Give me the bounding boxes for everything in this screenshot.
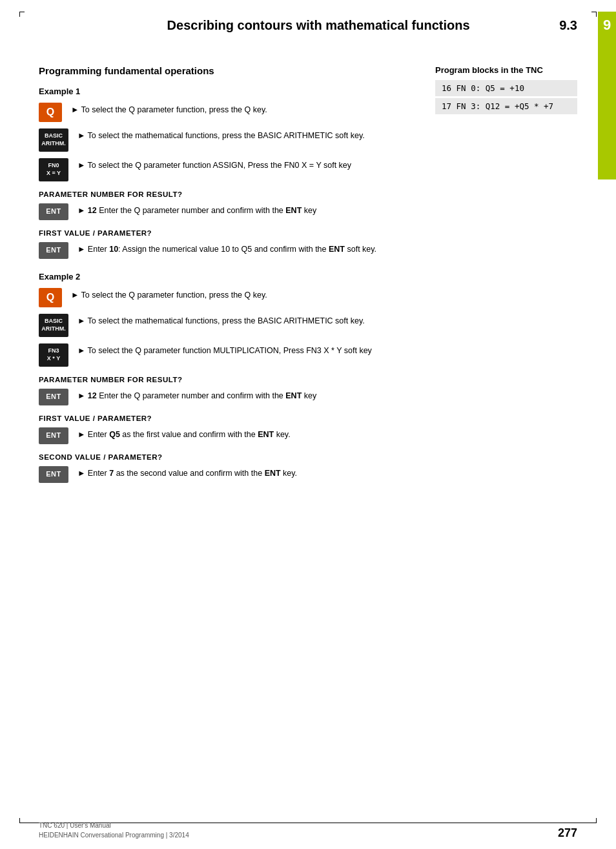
- basic-arithm-key-button-2[interactable]: BASICARITHM.: [39, 314, 68, 337]
- basic-arithm-key-button[interactable]: BASICARITHM.: [39, 128, 68, 152]
- q-key-button[interactable]: Q: [39, 103, 62, 122]
- example2-secondval-text: ► Enter 7 as the second value and confir…: [77, 466, 297, 480]
- q-key-button-2[interactable]: Q: [39, 288, 62, 307]
- example1-step1-text: ► To select the Q parameter function, pr…: [71, 103, 267, 116]
- ent-key-4[interactable]: ENT: [39, 427, 68, 444]
- fn3-key-button[interactable]: FN3X * Y: [39, 343, 68, 367]
- example1-step2-text: ► To select the mathematical functions, …: [77, 128, 365, 142]
- example2-label: Example 2: [39, 272, 416, 281]
- example1-step2: BASICARITHM. ► To select the mathematica…: [39, 128, 416, 152]
- page-title: Describing contours with mathematical fu…: [90, 18, 546, 33]
- example2-step2: BASICARITHM. ► To select the mathematica…: [39, 314, 416, 337]
- param-number-label-2: PARAMETER NUMBER FOR RESULT?: [39, 376, 416, 384]
- example2-param-text: ► 12 Enter the Q parameter number and co…: [77, 389, 316, 402]
- footer-line2: HEIDENHAIN Conversational Programming | …: [39, 830, 189, 840]
- arrow-icon: ►: [77, 316, 85, 325]
- first-value-label-1: FIRST VALUE / PARAMETER?: [39, 229, 416, 237]
- arrow-icon: ►: [77, 131, 85, 140]
- example1-firstval-step: ENT ► Enter 10: Assign the numerical val…: [39, 242, 416, 259]
- page-footer: TNC 620 | User's Manual HEIDENHAIN Conve…: [39, 821, 577, 840]
- first-value-label-2: FIRST VALUE / PARAMETER?: [39, 414, 416, 422]
- arrow-icon: ►: [71, 105, 79, 114]
- arrow-icon: ►: [77, 391, 85, 400]
- example2-secondval-step: ENT ► Enter 7 as the second value and co…: [39, 466, 416, 483]
- example1-step3: FN0X = Y ► To select the Q parameter fun…: [39, 158, 416, 181]
- chapter-tab: 9: [598, 12, 616, 179]
- example2-param-step: ENT ► 12 Enter the Q parameter number an…: [39, 389, 416, 405]
- arrow-icon: ►: [77, 346, 85, 355]
- example1-param-step: ENT ► 12 Enter the Q parameter number an…: [39, 203, 416, 220]
- ent-key-2[interactable]: ENT: [39, 242, 68, 259]
- right-column: Program blocks in the TNC 16 FN 0: Q5 = …: [435, 65, 577, 489]
- param-number-label-1: PARAMETER NUMBER FOR RESULT?: [39, 190, 416, 198]
- example1-step3-text: ► To select the Q parameter function ASS…: [77, 158, 351, 172]
- arrow-icon: ►: [77, 245, 85, 254]
- ent-key-3[interactable]: ENT: [39, 389, 68, 405]
- second-value-label: SECOND VALUE / PARAMETER?: [39, 453, 416, 461]
- arrow-icon: ►: [77, 430, 85, 439]
- example1-step1: Q ► To select the Q parameter function, …: [39, 103, 416, 122]
- footer-left: TNC 620 | User's Manual HEIDENHAIN Conve…: [39, 821, 189, 840]
- section-number: 9.3: [559, 18, 577, 33]
- example1-label: Example 1: [39, 87, 416, 96]
- fn0-key-button[interactable]: FN0X = Y: [39, 158, 68, 181]
- ent-key-1[interactable]: ENT: [39, 203, 68, 220]
- arrow-icon: ►: [77, 161, 85, 170]
- arrow-icon: ►: [77, 469, 85, 478]
- example1-firstval-text: ► Enter 10: Assign the numerical value 1…: [77, 242, 376, 256]
- main-content: Programming fundamental operations Examp…: [0, 33, 616, 502]
- corner-tr: [591, 12, 597, 17]
- page-number: 277: [558, 826, 577, 840]
- page-container: 9 Describing contours with mathematical …: [0, 0, 616, 849]
- example2-step3-text: ► To select the Q parameter function MUL…: [77, 343, 372, 357]
- arrow-icon: ►: [71, 291, 79, 300]
- program-block-2: 17 FN 3: Q12 = +Q5 * +7: [435, 98, 577, 114]
- example2-step3: FN3X * Y ► To select the Q parameter fun…: [39, 343, 416, 367]
- left-column: Programming fundamental operations Examp…: [39, 65, 416, 489]
- footer-line1: TNC 620 | User's Manual: [39, 821, 189, 830]
- program-blocks-title: Program blocks in the TNC: [435, 65, 577, 75]
- example2-step2-text: ► To select the mathematical functions, …: [77, 314, 365, 327]
- program-block-1: 16 FN 0: Q5 = +10: [435, 80, 577, 96]
- example2-step1-text: ► To select the Q parameter function, pr…: [71, 288, 267, 302]
- section-heading: Programming fundamental operations: [39, 65, 416, 76]
- example2-firstval-text: ► Enter Q5 as the first value and confir…: [77, 427, 291, 441]
- chapter-number: 9: [603, 17, 611, 34]
- arrow-icon: ►: [77, 206, 85, 215]
- example1-param-text: ► 12 Enter the Q parameter number and co…: [77, 203, 316, 217]
- ent-key-5[interactable]: ENT: [39, 466, 68, 483]
- example2-firstval-step: ENT ► Enter Q5 as the first value and co…: [39, 427, 416, 444]
- corner-tl: [19, 12, 25, 17]
- page-header: Describing contours with mathematical fu…: [0, 0, 616, 33]
- example2-step1: Q ► To select the Q parameter function, …: [39, 288, 416, 307]
